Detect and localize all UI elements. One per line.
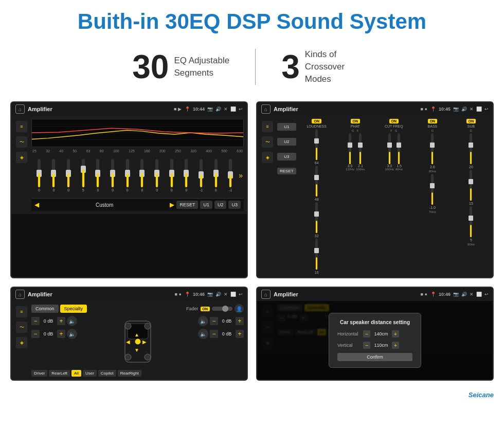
close-icon[interactable]: ✕ (224, 106, 228, 112)
eq-slider-11[interactable]: -1 (194, 159, 208, 192)
eq-slider-0[interactable]: 0 (32, 159, 46, 192)
spk-vol-plus-3[interactable]: + (236, 330, 244, 338)
spk-user-btn[interactable]: User (83, 370, 97, 377)
spk-sidebar-wave-icon[interactable]: 〜 (16, 322, 27, 333)
spk-vol-plus-0[interactable]: + (57, 317, 65, 325)
cx-phat-g-track[interactable] (349, 133, 351, 164)
spk-fader-on[interactable]: ON (201, 307, 210, 311)
dist-home-icon[interactable]: ⌂ (261, 290, 271, 299)
cx-phat-on[interactable]: ON (351, 119, 361, 123)
cx-sub-track3[interactable] (470, 206, 472, 237)
eq-next-button[interactable]: ▶ (170, 201, 174, 208)
dist-horiz-plus[interactable]: + (392, 330, 399, 338)
cx-cutfreq-f-track[interactable] (388, 133, 391, 164)
spk-camera-icon: 📷 (207, 292, 213, 297)
eq-slider-13[interactable]: -1 (224, 159, 238, 192)
screen-eq: ⌂ Amplifier ■ ▶ 📍 10:44 📷 🔊 ✕ ⬜ ↩ ≡ 〜 ◈ (10, 101, 248, 278)
cx-location-icon: 📍 (430, 106, 436, 112)
spk-vol-plus-1[interactable]: + (57, 330, 65, 338)
spk-back-icon[interactable]: ↩ (239, 292, 243, 297)
cx-bands: ON LOUDNESS 64 48 32 16 (298, 119, 490, 274)
eq-slider-12[interactable]: 0 (209, 159, 223, 192)
eq-slider-10[interactable]: 0 (180, 159, 193, 192)
spk-close-icon[interactable]: ✕ (224, 292, 228, 297)
spk-rearleft-btn[interactable]: RearLeft (49, 370, 70, 377)
cx-close-icon[interactable]: ✕ (470, 106, 474, 112)
cx-u2-label[interactable]: U2 (277, 138, 296, 146)
spk-driver-btn[interactable]: Driver (31, 370, 47, 377)
cx-loudness-track2[interactable] (315, 166, 318, 197)
spk-sidebar-eq-icon[interactable]: ≡ (16, 306, 27, 317)
eq-slider-8[interactable]: 0 (150, 159, 164, 192)
eq-slider-4[interactable]: 0 (92, 159, 105, 192)
cx-loudness-track3[interactable] (315, 202, 318, 233)
cx-bass-track[interactable] (431, 133, 434, 164)
spk-vol-minus-1[interactable]: − (31, 330, 40, 338)
spk-tab-common[interactable]: Common (31, 305, 59, 313)
cx-bass-track2[interactable] (431, 174, 434, 205)
eq-slider-1[interactable]: 0 (47, 159, 61, 192)
cx-loudness-track4[interactable] (315, 239, 318, 270)
spk-vol-minus-0[interactable]: − (31, 317, 40, 325)
cx-bass-on[interactable]: ON (428, 119, 438, 123)
spk-screen-content: ≡ 〜 ◈ Common Specialty Fader ON (11, 301, 247, 380)
spk-right-vol: 🔈 − 0 dB + 🔈 − 0 dB + (198, 316, 244, 367)
camera-icon: 📷 (207, 106, 213, 112)
page-header: Buith-in 30EQ DSP Sound System (0, 0, 504, 39)
svg-text:▲: ▲ (134, 332, 139, 338)
spk-person-icon: 👤 (235, 304, 244, 313)
cx-sidebar-eq-icon[interactable]: ≡ (262, 121, 273, 132)
freq-63: 63 (86, 149, 91, 153)
cx-u1-label[interactable]: U1 (277, 123, 296, 131)
cx-u3-label[interactable]: U3 (277, 153, 296, 161)
cx-cutfreq-on[interactable]: ON (389, 119, 399, 123)
cx-back-icon[interactable]: ↩ (484, 106, 489, 112)
sidebar-eq-icon[interactable]: ≡ (16, 121, 27, 132)
cx-phat-f-track[interactable] (359, 133, 362, 164)
eq-u3-button[interactable]: U3 (228, 201, 241, 209)
eq-prev-button[interactable]: ◀ (34, 201, 39, 208)
dist-vert-minus[interactable]: − (363, 342, 370, 349)
cx-sidebar-wave-icon[interactable]: 〜 (262, 136, 273, 148)
cx-sidebar-vol-icon[interactable]: ◈ (262, 152, 273, 163)
eq-slider-7[interactable]: 0 (136, 159, 149, 192)
location-icon: 📍 (185, 106, 190, 112)
sidebar-wave-icon[interactable]: 〜 (16, 136, 27, 148)
spk-home-icon[interactable]: ⌂ (15, 290, 25, 299)
eq-slider-3[interactable]: 5 (77, 159, 90, 192)
cx-sub-on[interactable]: ON (466, 119, 476, 123)
spk-rearright-btn[interactable]: RearRight (118, 370, 141, 377)
spk-vol-minus-2[interactable]: − (210, 317, 218, 325)
sidebar-vol-icon[interactable]: ◈ (16, 152, 27, 163)
eq-u2-button[interactable]: U2 (214, 201, 227, 209)
spk-sidebar-vol-icon[interactable]: ◈ (16, 337, 27, 348)
dist-close-icon[interactable]: ✕ (470, 292, 474, 297)
eq-reset-button[interactable]: RESET (176, 201, 198, 209)
spk-tab-specialty[interactable]: Specialty (60, 305, 87, 313)
cx-loudness-on[interactable]: ON (312, 119, 321, 123)
cx-home-icon[interactable]: ⌂ (261, 104, 271, 114)
spk-copilot-btn[interactable]: Copilot (98, 370, 116, 377)
home-icon[interactable]: ⌂ (15, 104, 25, 114)
eq-slider-5[interactable]: 0 (106, 159, 119, 192)
cx-cutfreq-g-track[interactable] (398, 133, 400, 164)
eq-slider-2[interactable]: 0 (62, 159, 75, 192)
eq-slider-6[interactable]: 0 (121, 159, 134, 192)
spk-vol-plus-2[interactable]: + (236, 317, 244, 325)
spk-fader-slider[interactable] (212, 307, 232, 311)
dist-back-icon[interactable]: ↩ (484, 292, 489, 297)
eq-chevron-icon[interactable]: » (239, 171, 243, 180)
cx-sub-track1[interactable] (470, 133, 472, 164)
dist-horiz-minus[interactable]: − (363, 330, 370, 338)
eq-u1-button[interactable]: U1 (200, 201, 212, 209)
dist-confirm-button[interactable]: Confirm (337, 353, 412, 361)
spk-tab-row: Common Specialty (31, 305, 87, 313)
spk-all-btn[interactable]: All (71, 370, 81, 377)
back-icon[interactable]: ↩ (239, 106, 243, 112)
cx-reset-button[interactable]: RESET (277, 168, 296, 174)
dist-vert-plus[interactable]: + (392, 342, 399, 349)
cx-sub-track2[interactable] (470, 170, 472, 201)
spk-vol-minus-3[interactable]: − (210, 330, 218, 338)
cx-loudness-track1[interactable] (315, 129, 318, 160)
eq-slider-9[interactable]: 0 (165, 159, 178, 192)
